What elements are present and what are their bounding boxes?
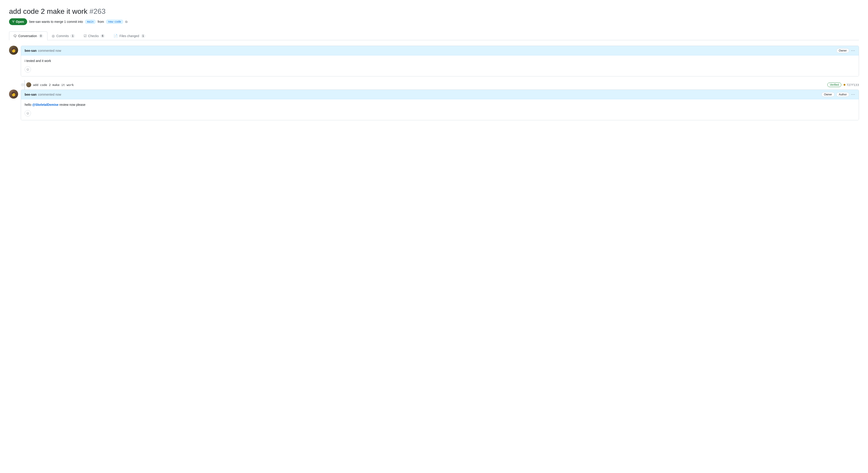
comment-2: 🧑 bee-san commented now Owner Author ···…: [9, 90, 859, 120]
pr-subtitle: ⑂ Open bee-san wants to merge 1 commit i…: [9, 18, 859, 25]
comment-header-1: bee-san commented now Owner ···: [21, 46, 859, 55]
comment-text-2: hello @SkeletalDemise review now please: [25, 103, 855, 107]
files-changed-icon: 📄: [114, 34, 118, 38]
tab-files-changed[interactable]: 📄 Files changed 1: [109, 31, 150, 40]
comment-author-2[interactable]: bee-san: [25, 93, 37, 96]
comment-header-right-2: Owner Author ···: [822, 92, 855, 97]
tab-commits[interactable]: ◎ Commits 1: [48, 31, 79, 40]
tab-conversation-count: 0: [39, 34, 43, 38]
conversation-content: 🧑 bee-san commented now Owner ··· i test…: [9, 46, 859, 124]
commit-hash: 727f133: [844, 83, 859, 87]
svg-point-1: [22, 84, 23, 86]
pr-status-label: Open: [16, 20, 24, 24]
pr-title: add code 2 make it work #263: [9, 7, 859, 16]
base-branch-tag[interactable]: main: [85, 20, 95, 24]
pr-number: #263: [90, 7, 105, 16]
avatar-2: 🧑: [9, 90, 18, 98]
head-branch-tag[interactable]: new-code: [106, 20, 123, 24]
emoji-button-2[interactable]: ☺: [25, 110, 31, 116]
tab-conversation[interactable]: 🗨 Conversation 0: [9, 31, 48, 40]
pr-open-icon: ⑂: [12, 20, 14, 24]
conversation-icon: 🗨: [13, 34, 17, 38]
tab-checks-count: 6: [100, 34, 105, 38]
pr-title-text: add code 2 make it work: [9, 7, 88, 16]
commit-hash-dot: [844, 84, 845, 86]
commit-icon: [21, 83, 24, 87]
comment-1: 🧑 bee-san commented now Owner ··· i test…: [9, 46, 859, 77]
tab-checks-label: Checks: [88, 34, 99, 38]
comment-header-right-1: Owner ···: [836, 48, 855, 53]
commit-vertical-line: [24, 80, 25, 90]
comment-author-1[interactable]: bee-san: [25, 49, 37, 53]
commit-right: Verified 727f133: [827, 83, 859, 87]
commit-message[interactable]: add code 2 make it work: [33, 83, 826, 87]
pr-tabs: 🗨 Conversation 0 ◎ Commits 1 ☑ Checks 6 …: [9, 31, 859, 40]
comment-box-2: bee-san commented now Owner Author ··· h…: [21, 90, 859, 120]
verified-badge: Verified: [827, 83, 841, 87]
comment-more-button-2[interactable]: ···: [851, 92, 855, 97]
comment-header-left-2: bee-san commented now: [25, 93, 61, 96]
commit-row: add code 2 make it work Verified 727f133: [9, 80, 859, 90]
comment-more-button-1[interactable]: ···: [851, 48, 855, 53]
avatar-image-1: 🧑: [9, 46, 18, 55]
comment-header-left-1: bee-san commented now: [25, 49, 61, 53]
tab-conversation-label: Conversation: [18, 34, 37, 38]
emoji-button-1[interactable]: ☺: [25, 66, 31, 72]
comment-box-1: bee-san commented now Owner ··· i tested…: [21, 46, 859, 77]
pr-subtitle-text: bee-san wants to merge 1 commit into: [29, 20, 83, 24]
tab-checks[interactable]: ☑ Checks 6: [79, 31, 109, 40]
comment-body-1: i tested and it work ☺: [21, 55, 859, 76]
tab-files-changed-count: 1: [141, 34, 146, 38]
open-status-badge: ⑂ Open: [9, 18, 27, 25]
copy-branch-button[interactable]: ⧉: [125, 20, 127, 24]
comment-time-2: commented now: [38, 93, 61, 96]
checks-icon: ☑: [84, 34, 87, 38]
commit-avatar: [26, 82, 31, 87]
comment-time-1: commented now: [38, 49, 61, 53]
tab-files-changed-label: Files changed: [119, 34, 139, 38]
owner-badge-2: Owner: [822, 92, 834, 97]
owner-badge-1: Owner: [836, 49, 849, 53]
mention-skeletal-demise[interactable]: @SkeletalDemise: [32, 103, 58, 107]
avatar-image-2: 🧑: [9, 90, 18, 98]
comment-header-2: bee-san commented now Owner Author ···: [21, 90, 859, 99]
commit-hash-text: 727f133: [846, 83, 859, 87]
commits-icon: ◎: [52, 34, 55, 38]
tab-commits-count: 1: [70, 34, 75, 38]
commit-content: add code 2 make it work Verified 727f133: [21, 82, 859, 87]
tab-commits-label: Commits: [56, 34, 69, 38]
comment-body-2: hello @SkeletalDemise review now please …: [21, 99, 859, 120]
comment-text-1: i tested and it work: [25, 59, 855, 63]
author-badge-2: Author: [836, 92, 849, 97]
avatar-1: 🧑: [9, 46, 18, 55]
